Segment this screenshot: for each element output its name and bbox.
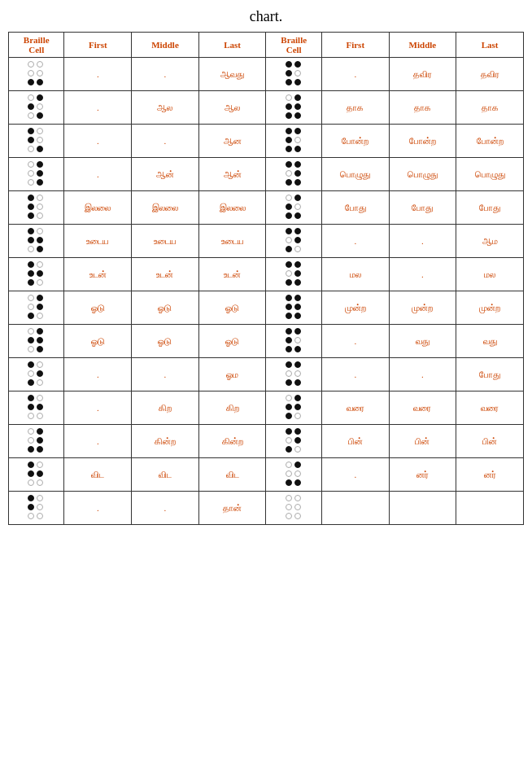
- braille-dot: [28, 446, 34, 453]
- braille-cell: [28, 361, 45, 387]
- braille-cell: [286, 295, 303, 321]
- braille-dot: [28, 513, 34, 519]
- left-braille-cell: [9, 58, 64, 91]
- braille-dot: [286, 479, 292, 486]
- braille-dot: [294, 379, 301, 386]
- braille-dot: [286, 413, 292, 419]
- right-first: [321, 492, 389, 525]
- right-last: போது: [456, 358, 524, 392]
- braille-cell: [286, 495, 303, 521]
- braille-dot: [28, 195, 34, 201]
- braille-cell: [28, 261, 45, 287]
- right-first: தாக: [321, 91, 389, 125]
- right-middle: போன்ற: [389, 125, 456, 158]
- braille-dot: [37, 446, 43, 453]
- braille-dot: [286, 61, 292, 68]
- header-first-1: First: [64, 33, 132, 58]
- braille-cell: [28, 328, 45, 354]
- left-braille-cell: [9, 125, 64, 158]
- braille-cell: [286, 328, 303, 354]
- right-first: மல: [321, 258, 389, 291]
- braille-dot: [28, 470, 34, 477]
- braille-dot: [294, 295, 301, 301]
- right-first: .: [321, 458, 389, 492]
- right-middle: னர்: [389, 458, 456, 492]
- braille-dot: [37, 395, 43, 401]
- braille-dot: [294, 513, 301, 519]
- table-row: .ஆலஆலதாகதாகதாக: [9, 91, 524, 125]
- right-middle: தவிர: [389, 58, 456, 91]
- braille-dot: [294, 61, 301, 68]
- braille-cell: [286, 395, 303, 421]
- braille-cell: [286, 361, 303, 387]
- header-braille-cell-1: BrailleCell: [9, 33, 64, 58]
- braille-dot: [28, 103, 34, 110]
- right-first: பொழுது: [321, 158, 389, 191]
- braille-dot: [286, 328, 292, 335]
- right-first: பின்: [321, 425, 389, 458]
- right-braille-cell: [266, 291, 321, 325]
- braille-dot: [37, 504, 43, 510]
- right-braille-cell: [266, 492, 321, 525]
- braille-dot: [28, 70, 34, 77]
- braille-dot: [294, 79, 301, 85]
- braille-dot: [286, 179, 292, 186]
- braille-dot: [294, 261, 301, 268]
- right-braille-cell: [266, 425, 321, 458]
- left-middle: ஆல: [132, 91, 199, 125]
- braille-cell: [28, 228, 45, 254]
- braille-dot: [37, 304, 43, 310]
- braille-dot: [294, 237, 301, 243]
- braille-dot: [37, 379, 43, 386]
- right-last: ஆம: [456, 225, 524, 258]
- braille-dot: [286, 246, 292, 252]
- braille-dot: [28, 395, 34, 401]
- braille-dot: [37, 237, 43, 243]
- braille-dot: [294, 170, 301, 177]
- left-first: .: [64, 492, 132, 525]
- braille-dot: [286, 379, 292, 386]
- right-middle: பின்: [389, 425, 456, 458]
- left-middle: .: [132, 58, 199, 91]
- braille-dot: [294, 370, 301, 377]
- right-middle: .: [389, 358, 456, 392]
- right-braille-cell: [266, 191, 321, 225]
- braille-dot: [286, 395, 292, 401]
- table-row: ..ஆவது.தவிரதவிர: [9, 58, 524, 91]
- right-last: போன்ற: [456, 125, 524, 158]
- braille-dot: [286, 513, 292, 519]
- braille-cell: [28, 495, 45, 521]
- left-first: .: [64, 125, 132, 158]
- title: chart.: [8, 8, 524, 25]
- braille-dot: [28, 379, 34, 386]
- right-middle: முன்ற: [389, 291, 456, 325]
- right-last: தாக: [456, 91, 524, 125]
- table-row: ..தான்: [9, 492, 524, 525]
- braille-dot: [37, 361, 43, 368]
- left-last: தான்: [198, 492, 266, 525]
- table-row: விடவிடவிட.னர்னர்: [9, 458, 524, 492]
- braille-dot: [28, 437, 34, 444]
- braille-dot: [37, 413, 43, 419]
- header-middle-2: Middle: [389, 33, 456, 58]
- right-braille-cell: [266, 392, 321, 425]
- braille-dot: [294, 479, 301, 486]
- braille-dot: [37, 103, 43, 110]
- braille-dot: [28, 112, 34, 119]
- right-last: வரை: [456, 392, 524, 425]
- braille-dot: [286, 370, 292, 377]
- left-braille-cell: [9, 458, 64, 492]
- left-last: விட: [198, 458, 266, 492]
- braille-dot: [294, 504, 301, 510]
- right-first: .: [321, 58, 389, 91]
- braille-dot: [37, 212, 43, 219]
- table-row: ..ஓம..போது: [9, 358, 524, 392]
- right-braille-cell: [266, 325, 321, 358]
- braille-dot: [286, 361, 292, 368]
- braille-dot: [294, 346, 301, 352]
- braille-dot: [286, 461, 292, 468]
- braille-dot: [37, 112, 43, 119]
- braille-dot: [28, 361, 34, 368]
- left-first: .: [64, 58, 132, 91]
- left-middle: .: [132, 492, 199, 525]
